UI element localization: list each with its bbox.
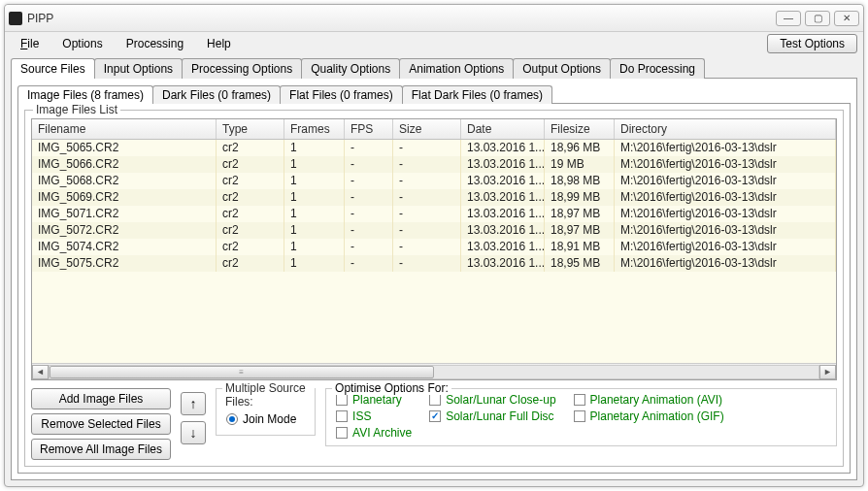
opt-planetary-animation-avi[interactable]: Planetary Animation (AVI) bbox=[574, 393, 724, 407]
cell: 1 bbox=[284, 173, 345, 189]
add-image-files-button[interactable]: Add Image Files bbox=[31, 388, 171, 409]
cell: - bbox=[393, 156, 461, 173]
menu-file[interactable]: File bbox=[11, 35, 49, 52]
menu-options[interactable]: Options bbox=[52, 35, 112, 52]
table-row[interactable]: IMG_5075.CR2cr21--13.03.2016 1...18,95 M… bbox=[32, 255, 836, 272]
cell: - bbox=[393, 239, 461, 255]
cell: 1 bbox=[284, 206, 345, 222]
move-up-button[interactable]: ↑ bbox=[181, 392, 206, 415]
cell: - bbox=[393, 189, 461, 206]
checkbox-icon bbox=[336, 394, 348, 406]
scroll-track[interactable]: ≡ bbox=[49, 365, 819, 379]
cell: IMG_5071.CR2 bbox=[32, 206, 217, 222]
table-row[interactable]: IMG_5066.CR2cr21--13.03.2016 1...19 MBM:… bbox=[32, 156, 836, 173]
subtab-dark-files[interactable]: Dark Files (0 frames) bbox=[152, 85, 281, 104]
cell: cr2 bbox=[217, 222, 284, 239]
col-filename[interactable]: Filename bbox=[32, 119, 217, 139]
maximize-button[interactable]: ▢ bbox=[805, 11, 830, 26]
cell: - bbox=[345, 189, 393, 206]
app-icon bbox=[9, 12, 22, 25]
cell: 1 bbox=[284, 239, 345, 255]
tab-quality-options[interactable]: Quality Options bbox=[301, 58, 400, 79]
tab-output-options[interactable]: Output Options bbox=[513, 58, 611, 79]
col-size[interactable]: Size bbox=[393, 119, 461, 139]
menu-processing[interactable]: Processing bbox=[117, 35, 193, 52]
close-button[interactable]: ✕ bbox=[834, 11, 859, 26]
cell: 13.03.2016 1... bbox=[461, 173, 545, 189]
opt-planetary[interactable]: Planetary bbox=[336, 393, 412, 407]
cell: M:\2016\fertig\2016-03-13\dslr bbox=[615, 206, 836, 222]
col-directory[interactable]: Directory bbox=[615, 119, 836, 139]
cell: - bbox=[393, 140, 461, 156]
subtab-image-files[interactable]: Image Files (8 frames) bbox=[17, 85, 153, 104]
subtab-flat-dark-files[interactable]: Flat Dark Files (0 frames) bbox=[402, 85, 552, 104]
cell: 18,91 MB bbox=[545, 239, 615, 255]
sub-tabs: Image Files (8 frames) Dark Files (0 fra… bbox=[17, 84, 851, 103]
optimise-options-group: Optimise Options For: Planetary ISS AVI … bbox=[325, 388, 837, 446]
col-date[interactable]: Date bbox=[461, 119, 545, 139]
opt-solar-lunar-closeup[interactable]: Solar/Lunar Close-up bbox=[429, 393, 555, 407]
cell: M:\2016\fertig\2016-03-13\dslr bbox=[615, 189, 836, 206]
test-options-button[interactable]: Test Options bbox=[767, 34, 857, 53]
cell: M:\2016\fertig\2016-03-13\dslr bbox=[615, 255, 836, 272]
scroll-right-icon[interactable]: ► bbox=[819, 365, 836, 379]
col-type[interactable]: Type bbox=[217, 119, 284, 139]
remove-all-image-files-button[interactable]: Remove All Image Files bbox=[31, 439, 171, 460]
cell: - bbox=[345, 156, 393, 173]
opt-solar-lunar-full-disc[interactable]: Solar/Lunar Full Disc bbox=[429, 409, 555, 423]
tab-input-options[interactable]: Input Options bbox=[94, 58, 183, 79]
cell: IMG_5072.CR2 bbox=[32, 222, 217, 239]
move-down-button[interactable]: ↓ bbox=[181, 421, 206, 444]
cell: 18,99 MB bbox=[545, 189, 615, 206]
cell: 1 bbox=[284, 255, 345, 272]
app-window: PIPP — ▢ ✕ File Options Processing Help … bbox=[4, 4, 864, 487]
col-filesize[interactable]: Filesize bbox=[545, 119, 615, 139]
cell: 18,98 MB bbox=[545, 173, 615, 189]
cell: 18,96 MB bbox=[545, 140, 615, 156]
table-row[interactable]: IMG_5072.CR2cr21--13.03.2016 1...18,97 M… bbox=[32, 222, 836, 239]
tab-do-processing[interactable]: Do Processing bbox=[610, 58, 705, 79]
table-row[interactable]: IMG_5074.CR2cr21--13.03.2016 1...18,91 M… bbox=[32, 239, 836, 255]
remove-selected-files-button[interactable]: Remove Selected Files bbox=[31, 413, 171, 435]
table-row[interactable]: IMG_5065.CR2cr21--13.03.2016 1...18,96 M… bbox=[32, 140, 836, 156]
table-row[interactable]: IMG_5071.CR2cr21--13.03.2016 1...18,97 M… bbox=[32, 206, 836, 222]
cell: - bbox=[345, 206, 393, 222]
table-row[interactable]: IMG_5069.CR2cr21--13.03.2016 1...18,99 M… bbox=[32, 189, 836, 206]
checkbox-icon bbox=[336, 427, 348, 439]
cell: M:\2016\fertig\2016-03-13\dslr bbox=[615, 173, 836, 189]
table-row[interactable]: IMG_5068.CR2cr21--13.03.2016 1...18,98 M… bbox=[32, 173, 836, 189]
optimise-label: Optimise Options For: bbox=[332, 381, 451, 395]
tab-source-files[interactable]: Source Files bbox=[11, 58, 95, 79]
subtab-flat-files[interactable]: Flat Files (0 frames) bbox=[280, 85, 403, 104]
join-mode-radio[interactable]: Join Mode bbox=[226, 412, 305, 426]
cell: - bbox=[393, 222, 461, 239]
radio-icon bbox=[226, 413, 238, 425]
cell: - bbox=[345, 140, 393, 156]
cell: - bbox=[345, 222, 393, 239]
cell: - bbox=[345, 173, 393, 189]
cell: 18,97 MB bbox=[545, 222, 615, 239]
tab-processing-options[interactable]: Processing Options bbox=[182, 58, 302, 79]
opt-iss[interactable]: ISS bbox=[336, 409, 412, 423]
horizontal-scrollbar[interactable]: ◄ ≡ ► bbox=[32, 363, 836, 379]
checkbox-icon bbox=[429, 410, 441, 422]
opt-planetary-animation-gif[interactable]: Planetary Animation (GIF) bbox=[574, 409, 724, 423]
opt-avi-archive[interactable]: AVI Archive bbox=[336, 426, 412, 440]
col-frames[interactable]: Frames bbox=[284, 119, 345, 139]
cell: IMG_5069.CR2 bbox=[32, 189, 217, 206]
cell: cr2 bbox=[217, 156, 284, 173]
col-fps[interactable]: FPS bbox=[345, 119, 393, 139]
scroll-left-icon[interactable]: ◄ bbox=[32, 365, 49, 379]
cell: M:\2016\fertig\2016-03-13\dslr bbox=[615, 239, 836, 255]
minimize-button[interactable]: — bbox=[776, 11, 801, 26]
main-tabs: Source Files Input Options Processing Op… bbox=[5, 57, 863, 78]
cell: - bbox=[345, 239, 393, 255]
cell: 13.03.2016 1... bbox=[461, 156, 545, 173]
cell: 13.03.2016 1... bbox=[461, 239, 545, 255]
table-body[interactable]: IMG_5065.CR2cr21--13.03.2016 1...18,96 M… bbox=[32, 140, 836, 363]
scroll-thumb[interactable]: ≡ bbox=[50, 366, 434, 378]
tab-animation-options[interactable]: Animation Options bbox=[399, 58, 514, 79]
cell: cr2 bbox=[217, 255, 284, 272]
menu-help[interactable]: Help bbox=[197, 35, 241, 52]
checkbox-icon bbox=[574, 394, 585, 406]
